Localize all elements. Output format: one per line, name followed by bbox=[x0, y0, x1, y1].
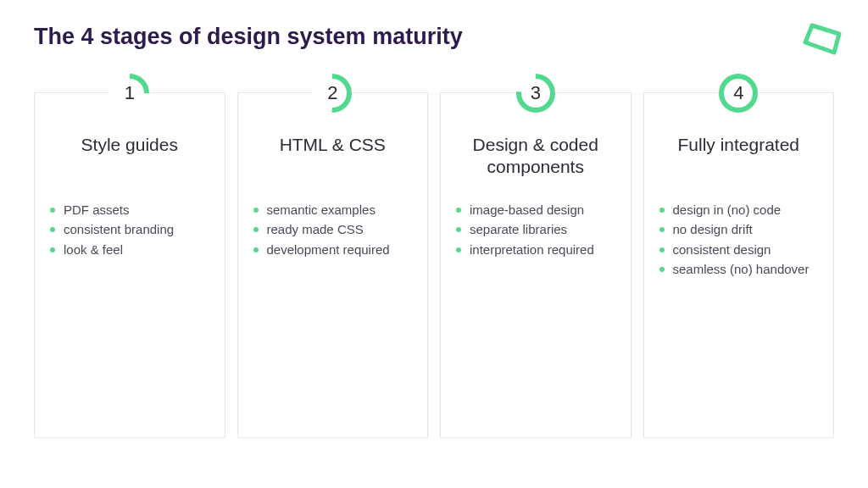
stage-bullet-item: consistent design bbox=[659, 240, 819, 259]
stage-progress-ring-icon: 2 bbox=[312, 73, 353, 114]
svg-marker-0 bbox=[805, 25, 839, 53]
stage-cards-row: 1Style guidesPDF assetsconsistent brandi… bbox=[34, 92, 834, 438]
stage-number: 4 bbox=[733, 82, 743, 104]
stage-bullet-item: look & feel bbox=[50, 240, 209, 259]
brand-logo-icon bbox=[800, 17, 843, 59]
stage-bullet-item: design in (no) code bbox=[659, 200, 819, 219]
stage-heading: HTML & CSS bbox=[253, 134, 413, 181]
stage-card: 3Design & coded componentsimage-based de… bbox=[440, 92, 632, 438]
stage-heading: Fully integrated bbox=[659, 134, 819, 181]
stage-bullet-item: consistent branding bbox=[50, 219, 209, 239]
stage-bullet-item: PDF assets bbox=[50, 200, 209, 219]
stage-number: 2 bbox=[327, 82, 337, 104]
stage-progress-ring-icon: 1 bbox=[109, 73, 150, 114]
page-title: The 4 stages of design system maturity bbox=[34, 24, 834, 50]
stage-bullet-item: no design drift bbox=[659, 219, 819, 239]
stage-bullets: semantic examplesready made CSSdevelopme… bbox=[253, 200, 413, 259]
stage-bullet-item: separate libraries bbox=[456, 219, 615, 239]
stage-heading: Design & coded components bbox=[456, 134, 615, 181]
stage-card: 2HTML & CSSsemantic examplesready made C… bbox=[237, 92, 429, 438]
stage-number: 1 bbox=[125, 82, 135, 104]
stage-bullets: PDF assetsconsistent brandinglook & feel bbox=[50, 200, 209, 259]
stage-bullet-item: semantic examples bbox=[253, 200, 413, 219]
stage-bullet-item: development required bbox=[253, 240, 413, 259]
stage-bullet-item: seamless (no) handover bbox=[659, 259, 819, 279]
stage-bullets: design in (no) codeno design driftconsis… bbox=[659, 200, 819, 279]
stage-card: 4Fully integrateddesign in (no) codeno d… bbox=[643, 92, 835, 438]
stage-bullet-item: ready made CSS bbox=[253, 219, 413, 239]
stage-bullets: image-based designseparate librariesinte… bbox=[456, 200, 615, 259]
stage-progress-ring-icon: 4 bbox=[718, 73, 759, 114]
stage-bullet-item: image-based design bbox=[456, 200, 615, 219]
stage-heading: Style guides bbox=[50, 134, 209, 181]
stage-bullet-item: interpretation required bbox=[456, 240, 615, 259]
stage-progress-ring-icon: 3 bbox=[515, 73, 556, 114]
stage-card: 1Style guidesPDF assetsconsistent brandi… bbox=[34, 92, 225, 438]
stage-number: 3 bbox=[531, 82, 541, 104]
